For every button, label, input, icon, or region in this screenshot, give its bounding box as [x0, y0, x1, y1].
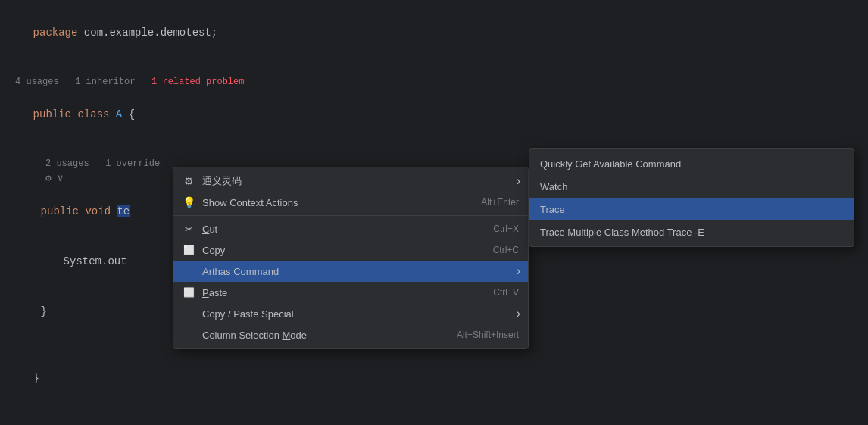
submenu-item-watch[interactable]: Watch [529, 175, 854, 198]
menu-label-cut: Cut [202, 223, 478, 235]
menu-item-copy[interactable]: ⬜ Copy Ctrl+C [173, 239, 528, 261]
menu-label-copy-paste-special: Copy / Paste Special [202, 308, 519, 320]
hint-line-1: 4 usages 1 inheritor 1 related problem [8, 74, 868, 89]
menu-item-tongyi[interactable]: ⚙ 通义灵码 [173, 170, 528, 192]
bulb-icon: 💡 [181, 196, 196, 208]
menu-label-paste: Paste [202, 287, 478, 298]
submenu-item-quickly-get[interactable]: Quickly Get Available Command [529, 152, 854, 175]
submenu-label-quickly-get: Quickly Get Available Command [540, 158, 843, 170]
tongyi-icon: ⚙ [181, 175, 196, 187]
shortcut-column-selection: Alt+Shift+Insert [442, 330, 519, 340]
menu-label-context-actions: Show Context Actions [202, 197, 466, 208]
paste-icon: ⬜ [181, 287, 196, 298]
code-line-blank1 [8, 58, 868, 74]
submenu-item-trace[interactable]: Trace [529, 198, 854, 220]
menu-label-copy: Copy [202, 245, 478, 256]
submenu-label-trace-multiple: Trace Multiple Class Method Trace -E [540, 227, 843, 238]
context-menu: ⚙ 通义灵码 💡 Show Context Actions Alt+Enter … [173, 167, 529, 349]
shortcut-paste: Ctrl+V [478, 287, 519, 298]
menu-item-paste[interactable]: ⬜ Paste Ctrl+V [173, 282, 528, 303]
cut-icon: ✂ [181, 223, 196, 235]
menu-item-cut[interactable]: ✂ Cut Ctrl+X [173, 218, 528, 239]
shortcut-cut: Ctrl+X [478, 223, 519, 234]
shortcut-copy: Ctrl+C [478, 245, 519, 255]
menu-item-context-actions[interactable]: 💡 Show Context Actions Alt+Enter [173, 192, 528, 213]
submenu-label-trace: Trace [540, 204, 843, 215]
copy-icon: ⬜ [181, 245, 196, 255]
code-line-class: public class A { [8, 89, 868, 139]
menu-label-tongyi: 通义灵码 [202, 174, 519, 188]
menu-item-arthas[interactable]: Arthas Command [173, 261, 528, 282]
submenu-label-watch: Watch [540, 181, 843, 192]
menu-item-copy-paste-special[interactable]: Copy / Paste Special [173, 303, 528, 324]
separator-1 [173, 215, 528, 216]
submenu-arthas: Quickly Get Available Command Watch Trac… [529, 148, 854, 247]
code-line-package: package com.example.demotest; [8, 8, 868, 58]
menu-item-column-selection[interactable]: Column Selection Mode Alt+Shift+Insert [173, 324, 528, 345]
menu-label-column-selection: Column Selection Mode [202, 330, 442, 341]
menu-label-arthas: Arthas Command [202, 266, 519, 277]
code-line-brace2: } [8, 353, 868, 403]
submenu-item-trace-multiple[interactable]: Trace Multiple Class Method Trace -E [529, 220, 854, 243]
shortcut-context-actions: Alt+Enter [466, 197, 519, 208]
